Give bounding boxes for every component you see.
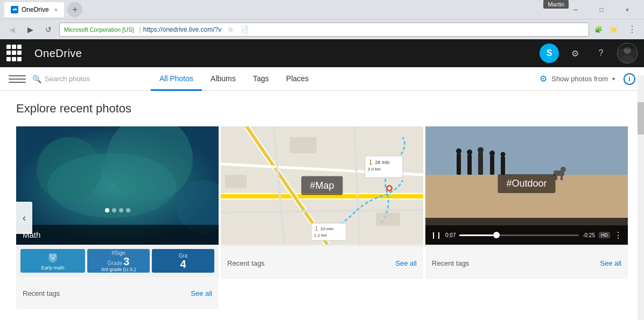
math-see-all-link[interactable]: See all [191, 289, 212, 297]
carousel-dot-4 [126, 208, 130, 212]
svg-rect-40 [467, 154, 472, 175]
maximize-button[interactable]: □ [589, 2, 614, 18]
show-photos-control[interactable]: ⚙ Show photos from ▾ i [540, 73, 635, 85]
video-progress-bar[interactable] [459, 234, 579, 236]
avatar[interactable] [617, 43, 638, 63]
tab-albums[interactable]: Albums [202, 68, 244, 91]
carousel-dot-2 [112, 208, 116, 212]
main-content: Explore recent photos ‹ [0, 91, 644, 320]
settings-gear-icon[interactable]: ⚙ [565, 44, 585, 63]
info-icon[interactable]: i [624, 73, 635, 85]
waffle-menu-icon[interactable] [6, 45, 24, 62]
svg-point-10 [49, 253, 53, 257]
card-math-footer: Recent tags See all [16, 277, 219, 309]
gear-icon: ⚙ [571, 48, 579, 59]
nav-tabs: All Photos Albums Tags Places [151, 67, 317, 90]
svg-point-41 [467, 150, 472, 155]
onedrive-favicon [11, 6, 18, 13]
address-icons: ☆ 📄 [225, 24, 250, 35]
svg-point-45 [489, 151, 495, 156]
svg-rect-3 [618, 44, 637, 48]
svg-point-13 [53, 257, 55, 259]
svg-rect-50 [555, 176, 557, 180]
refresh-button[interactable]: ↺ [41, 22, 56, 37]
favorites-icon[interactable]: ⭐ [607, 24, 619, 35]
video-progress-thumb[interactable] [493, 232, 500, 238]
svg-text:🚶 23 min: 🚶 23 min [314, 226, 333, 231]
close-button[interactable]: × [615, 2, 640, 18]
svg-rect-46 [501, 157, 505, 175]
skype-icon[interactable]: S [540, 44, 559, 63]
svg-rect-33 [225, 175, 247, 188]
video-time-end: -0:25 [583, 232, 595, 238]
security-text: Microsoft Corporation [US] [64, 26, 134, 33]
window-controls: ─ □ × [563, 2, 640, 18]
skype-label: S [547, 48, 552, 58]
svg-rect-32 [290, 137, 317, 153]
outdoor-see-all-link[interactable]: See all [600, 259, 621, 267]
tab-tags[interactable]: Tags [244, 68, 278, 91]
address-url: https://onedrive.live.com/?v [143, 26, 221, 33]
photo-card-outdoor[interactable]: #Outdoor ❙❙ 0:07 -0:25 HD ⋮ Recent tags [425, 126, 628, 309]
outdoor-tag-label: #Outdoor [498, 174, 555, 193]
video-time-start: 0:07 [445, 232, 456, 238]
scrollbar[interactable] [638, 75, 644, 320]
forward-button[interactable]: ▶ [23, 22, 38, 37]
question-mark-icon: ? [599, 48, 604, 58]
grade4-number: 4 [180, 259, 186, 269]
prev-arrow-button[interactable]: ‹ [16, 202, 32, 234]
photo-grid: ‹ [16, 126, 628, 309]
svg-rect-29 [311, 223, 346, 240]
svg-rect-36 [425, 126, 628, 175]
bear-icon [46, 251, 59, 264]
early-math-label: Early math [41, 265, 64, 271]
grade3-tile[interactable]: #Sign Grade 3 3rd grade (U.S.) [87, 249, 150, 273]
svg-text:1.1 km: 1.1 km [314, 233, 327, 238]
address-bar-row: ◀ ▶ ↺ Microsoft Corporation [US] | https… [0, 19, 644, 39]
map-recent-tags-label: Recent tags [227, 259, 264, 267]
svg-rect-44 [490, 155, 494, 175]
new-tab-button[interactable]: + [67, 2, 82, 17]
browser-menu-icon[interactable]: ⋮ [625, 22, 640, 37]
bookmark-icon[interactable]: ☆ [225, 24, 236, 35]
tab-title: OneDrive [22, 6, 49, 13]
svg-rect-51 [561, 176, 563, 180]
grade3-number: 3 [123, 256, 129, 267]
tab-close-button[interactable]: × [54, 6, 58, 13]
app-title: OneDrive [34, 47, 82, 60]
svg-point-49 [561, 167, 566, 172]
pause-icon[interactable]: ❙❙ [431, 231, 442, 239]
show-photos-gear-icon: ⚙ [540, 74, 547, 84]
scrollbar-thumb[interactable] [638, 102, 644, 134]
early-math-tile[interactable]: Early math [20, 249, 85, 273]
svg-point-12 [51, 257, 53, 259]
carousel-dots [16, 208, 219, 212]
help-icon[interactable]: ? [591, 44, 611, 63]
browser-tab[interactable]: OneDrive × [4, 2, 64, 17]
card-outdoor-background: #Outdoor ❙❙ 0:07 -0:25 HD ⋮ [425, 126, 628, 245]
reader-icon[interactable]: 📄 [239, 24, 250, 35]
extensions-icon[interactable]: 🧩 [592, 24, 604, 35]
tab-all-photos[interactable]: All Photos [151, 68, 202, 91]
svg-point-14 [52, 258, 54, 260]
svg-rect-42 [478, 152, 483, 175]
svg-point-43 [478, 147, 484, 153]
tab-places[interactable]: Places [277, 68, 317, 91]
grade4-tile[interactable]: Gra 4 [152, 249, 214, 273]
search-box[interactable]: 🔍 Search photos [32, 75, 140, 83]
svg-rect-38 [457, 153, 461, 175]
section-title: Explore recent photos [16, 102, 628, 116]
address-bar[interactable]: Microsoft Corporation [US] | https://one… [59, 23, 589, 37]
chevron-down-icon: ▾ [612, 76, 615, 82]
video-controls: ❙❙ 0:07 -0:25 HD ⋮ [425, 225, 628, 245]
photo-card-math[interactable]: Math Early math #Sign [16, 126, 219, 309]
carousel-dot-1 [105, 208, 109, 212]
card-math-title-overlay: Math [16, 225, 219, 245]
back-button[interactable]: ◀ [4, 22, 19, 37]
hamburger-menu-button[interactable] [9, 70, 26, 88]
svg-point-47 [501, 152, 506, 157]
video-more-icon[interactable]: ⋮ [614, 230, 622, 240]
photo-card-map[interactable]: 🚶 26 min 2.0 km 🚶 23 min 1.1 km #Map [221, 126, 423, 309]
map-tag-label: #Map [301, 176, 342, 195]
map-see-all-link[interactable]: See all [395, 259, 417, 267]
